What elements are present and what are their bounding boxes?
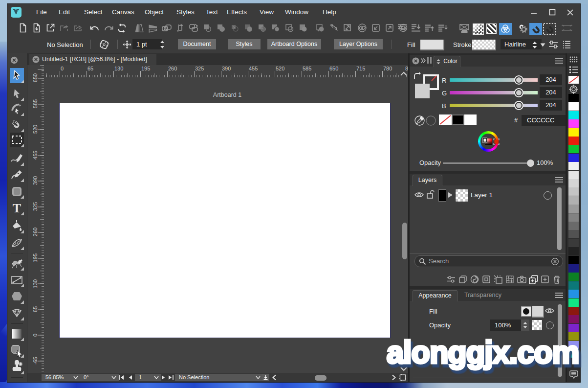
svg-text:T: T	[13, 201, 21, 215]
